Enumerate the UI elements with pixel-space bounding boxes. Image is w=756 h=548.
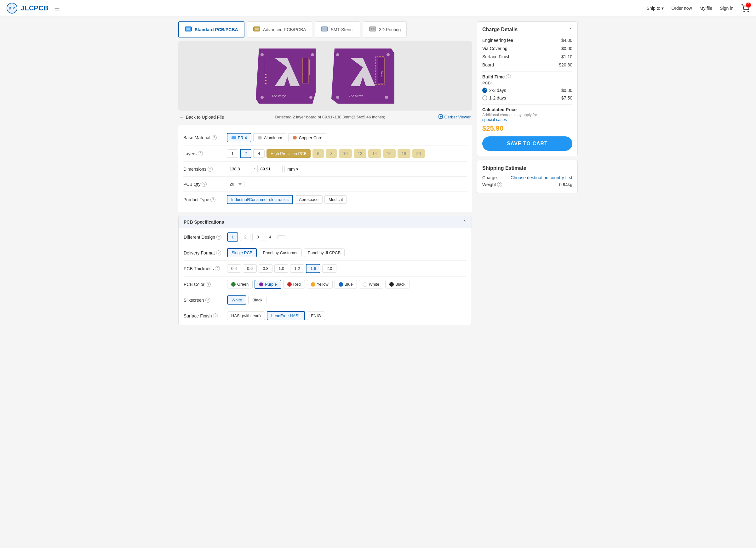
thickness-12[interactable]: 1.2 (290, 264, 304, 273)
layer-2[interactable]: 2 (240, 149, 251, 158)
dimension-unit[interactable]: mm ▾ (284, 165, 301, 173)
copper-option[interactable]: Copper Core (288, 133, 326, 142)
svg-text:The Verge: The Verge (272, 94, 286, 98)
fr4-option[interactable]: FR-4 (227, 133, 251, 142)
back-to-upload-link[interactable]: ← Back to Upload File (180, 115, 224, 120)
layer-4[interactable]: 4 (253, 149, 265, 158)
layer-10[interactable]: 10 (339, 149, 352, 158)
shipping-weight-row: Weight ? 0.94kg (482, 181, 572, 188)
leadfree-hasl[interactable]: LeadFree HASL (267, 311, 305, 320)
pcb-qty-help[interactable]: ? (202, 182, 207, 187)
color-blue[interactable]: Blue (335, 280, 357, 288)
charge-title: Charge Details (482, 27, 518, 32)
thickness-10[interactable]: 1.0 (274, 264, 288, 273)
dimension-width[interactable] (227, 165, 252, 173)
layer-8[interactable]: 8 (326, 149, 337, 158)
thickness-20[interactable]: 2.0 (322, 264, 336, 273)
svg-point-3 (748, 11, 748, 12)
ship-to[interactable]: Ship to ▾ (647, 6, 664, 11)
base-material-options: FR-4 Aluminum Copper Core (227, 133, 326, 142)
dimensions-help[interactable]: ? (208, 167, 213, 172)
build-option-express[interactable]: 1-2 days $7.50 (482, 94, 572, 102)
pcb-thickness-label: PCB Thickness ? (184, 266, 225, 271)
charge-collapse-icon[interactable]: ⌃ (569, 27, 572, 32)
layers-help[interactable]: ? (198, 151, 203, 156)
panel-by-customer[interactable]: Panel by Customer (259, 248, 302, 257)
layer-6[interactable]: 6 (312, 149, 324, 158)
build-time-help[interactable]: ? (506, 74, 511, 79)
layer-1[interactable]: 1 (227, 149, 238, 158)
tab-smt-stencil[interactable]: SMT-Stencil (315, 21, 360, 37)
calc-note: Additional charges may apply for special… (482, 113, 572, 122)
layer-14[interactable]: 14 (368, 149, 381, 158)
color-red[interactable]: Red (283, 280, 305, 288)
product-industrial[interactable]: Industrial/Consumer electronics (227, 195, 293, 204)
color-black[interactable]: Black (385, 280, 409, 288)
surface-finish-help[interactable]: ? (213, 313, 218, 318)
color-white[interactable]: White (359, 280, 383, 288)
pcb-color-help[interactable]: ? (206, 282, 211, 287)
tab-standard-pcb[interactable]: Standard PCB/PCBA (178, 21, 244, 37)
tab-3d-printing[interactable]: 3D 3D Printing (363, 21, 407, 37)
base-material-label: Base Material ? (183, 135, 224, 140)
design-custom[interactable] (277, 235, 285, 239)
dimension-height[interactable] (257, 165, 283, 173)
svg-rect-23 (265, 80, 266, 81)
hasl-lead[interactable]: HASL(with lead) (227, 311, 265, 320)
save-to-cart-button[interactable]: SAVE TO CART (482, 136, 572, 151)
base-material-help[interactable]: ? (212, 135, 217, 140)
product-type-help[interactable]: ? (210, 197, 215, 202)
shipping-destination-link[interactable]: Choose destination country first (511, 175, 572, 180)
layer-18[interactable]: 18 (398, 149, 410, 158)
layers-options: 1 2 4 High Precision PCB 6 8 10 12 14 16… (227, 149, 425, 158)
delivery-format-help[interactable]: ? (216, 250, 221, 255)
shipping-charge-row: Charge: Choose destination country first (482, 174, 572, 181)
color-purple[interactable]: Purple (255, 280, 281, 289)
design-3[interactable]: 3 (252, 233, 263, 241)
layer-16[interactable]: 16 (383, 149, 396, 158)
sign-in-link[interactable]: Sign in (720, 6, 733, 11)
color-yellow[interactable]: Yellow (307, 280, 333, 288)
different-design-help[interactable]: ? (216, 235, 221, 240)
surface-finish-row: Surface Finish ? HASL(with lead) LeadFre… (184, 308, 467, 323)
design-1[interactable]: 1 (227, 232, 238, 242)
color-green[interactable]: Green (227, 280, 253, 288)
design-2[interactable]: 2 (240, 233, 250, 241)
product-medical[interactable]: Medical (324, 195, 347, 204)
my-file-link[interactable]: My file (700, 6, 712, 11)
silkscreen-help[interactable]: ? (205, 298, 210, 303)
special-cases-link[interactable]: special cases (482, 117, 572, 122)
high-precision-pcb[interactable]: High Precision PCB (266, 149, 311, 158)
silkscreen-white[interactable]: White (227, 295, 246, 305)
black-swatch (389, 282, 394, 287)
pcb-qty-options: 5 10 15 20 25 30 50 75 100 (227, 180, 244, 188)
pcb-qty-select[interactable]: 5 10 15 20 25 30 50 75 100 (227, 180, 244, 188)
pcb-color-label: PCB Color ? (184, 282, 225, 287)
arrow-left-icon: ← (180, 115, 184, 120)
enig[interactable]: ENIG (307, 311, 325, 320)
panel-by-jlcpcb[interactable]: Panel by JLCPCB (304, 248, 345, 257)
thickness-16[interactable]: 1.6 (306, 264, 320, 273)
layer-20[interactable]: 20 (412, 149, 425, 158)
layer-12[interactable]: 12 (354, 149, 366, 158)
aluminum-option[interactable]: Aluminum (253, 133, 286, 142)
weight-help[interactable]: ? (497, 182, 502, 187)
delivery-format-label: Delivery Format ? (184, 250, 225, 255)
product-aerospace[interactable]: Aerospace (295, 195, 323, 204)
order-now-link[interactable]: Order now (671, 6, 692, 11)
pcb-thickness-help[interactable]: ? (215, 266, 220, 271)
build-option-fast[interactable]: ✓ 2-3 days $0.00 (482, 87, 572, 94)
cart-icon[interactable]: 0 (741, 4, 750, 13)
thickness-04[interactable]: 0.4 (227, 264, 241, 273)
design-4[interactable]: 4 (265, 233, 275, 241)
thickness-08[interactable]: 0.8 (259, 264, 272, 273)
silkscreen-black[interactable]: Black (248, 296, 266, 304)
gerber-icon (438, 114, 443, 120)
tab-advanced-pcb[interactable]: Advanced PCB/PCBA (247, 21, 312, 37)
spec-collapse-icon[interactable]: ⌃ (463, 220, 467, 225)
single-pcb[interactable]: Single PCB (227, 248, 257, 257)
thickness-06[interactable]: 0.6 (243, 264, 257, 273)
gerber-viewer-link[interactable]: Gerber Viewer (438, 114, 471, 120)
menu-icon[interactable]: ☰ (54, 4, 60, 12)
fr4-icon (231, 135, 236, 140)
